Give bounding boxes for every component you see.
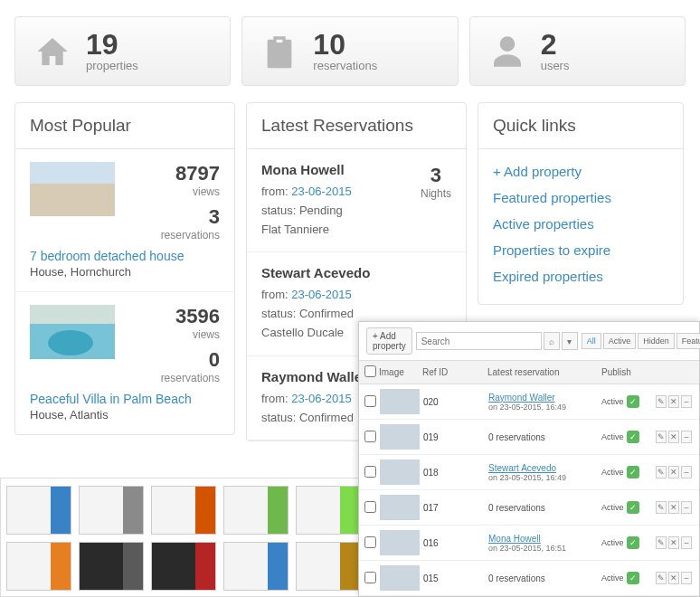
edit-icon[interactable]: ✎ — [656, 572, 667, 584]
theme-swatch[interactable] — [79, 486, 144, 535]
search-input[interactable] — [416, 332, 542, 350]
guest-link[interactable]: Raymond Waller — [488, 393, 555, 403]
select-all-checkbox[interactable] — [364, 365, 376, 377]
more-icon[interactable]: – — [681, 572, 692, 584]
filter-active[interactable]: Active — [603, 333, 637, 349]
theme-swatch[interactable] — [79, 542, 144, 591]
table-row: 0150 reservationsActive✓✎✕– — [359, 561, 699, 596]
more-icon[interactable]: – — [681, 431, 692, 443]
check-icon: ✓ — [627, 536, 639, 549]
user-icon — [487, 31, 528, 72]
row-checkbox[interactable] — [364, 431, 376, 442]
filter-featured[interactable]: Featured — [676, 333, 700, 349]
delete-icon[interactable]: ✕ — [668, 572, 679, 584]
delete-icon[interactable]: ✕ — [668, 501, 679, 514]
theme-swatch[interactable] — [296, 542, 361, 591]
theme-swatch[interactable] — [6, 486, 71, 535]
quick-link-expired[interactable]: Expired properties — [493, 263, 668, 289]
theme-swatch[interactable] — [223, 486, 289, 535]
add-property-button[interactable]: + Add property — [366, 327, 412, 355]
delete-icon[interactable]: ✕ — [668, 536, 679, 549]
stat-properties-value: 19 — [86, 30, 138, 59]
latest-reservation-cell: 0 reservations — [488, 503, 598, 513]
delete-icon[interactable]: ✕ — [668, 395, 679, 408]
latest-reservations-title: Latest Reservations — [247, 103, 466, 149]
table-row: 020Raymond Walleron 23-05-2015, 16:49Act… — [359, 384, 699, 420]
column-image[interactable]: Image — [379, 367, 419, 377]
panel-most-popular: Most Popular 8797 views 3 reservations 7… — [14, 102, 235, 435]
stat-card-properties[interactable]: 19 properties — [14, 16, 231, 86]
reservations-label: reservations — [128, 372, 220, 384]
theme-swatch[interactable] — [296, 486, 361, 535]
row-thumbnail[interactable] — [380, 460, 420, 485]
publish-badge[interactable]: Active✓ — [601, 572, 652, 584]
column-publish[interactable]: Publish — [601, 367, 652, 377]
publish-badge[interactable]: Active✓ — [601, 395, 652, 408]
search-dropdown-icon[interactable]: ▾ — [562, 332, 578, 350]
views-label: views — [128, 185, 220, 198]
edit-icon[interactable]: ✎ — [656, 395, 667, 408]
filter-all[interactable]: All — [582, 333, 601, 349]
more-icon[interactable]: – — [681, 395, 692, 408]
more-icon[interactable]: – — [681, 466, 692, 479]
reservation-date-link[interactable]: 23-06-2015 — [291, 185, 352, 198]
check-icon: ✓ — [627, 431, 639, 443]
edit-icon[interactable]: ✎ — [656, 466, 667, 479]
row-thumbnail[interactable] — [380, 495, 420, 520]
search-icon[interactable]: ⌕ — [544, 332, 560, 350]
edit-icon[interactable]: ✎ — [656, 536, 667, 549]
property-link[interactable]: Peaceful Villa in Palm Beach — [30, 392, 220, 406]
guest-link[interactable]: Stewart Acevedo — [488, 463, 556, 473]
publish-badge[interactable]: Active✓ — [601, 536, 652, 549]
more-icon[interactable]: – — [681, 501, 692, 514]
most-popular-title: Most Popular — [15, 103, 234, 149]
ref-id: 016 — [423, 538, 485, 548]
views-label: views — [128, 328, 220, 341]
quick-link-active[interactable]: Active properties — [493, 211, 668, 237]
property-thumbnail[interactable] — [30, 162, 115, 216]
stat-properties-label: properties — [86, 59, 138, 72]
popular-item: 3596 views 0 reservations Peaceful Villa… — [15, 292, 234, 434]
publish-badge[interactable]: Active✓ — [601, 501, 652, 514]
column-ref[interactable]: Ref ID — [422, 367, 484, 377]
row-thumbnail[interactable] — [380, 565, 420, 591]
stat-card-reservations[interactable]: 10 reservations — [241, 16, 458, 86]
quick-link-featured[interactable]: Featured properties — [493, 185, 668, 211]
guest-link[interactable]: Mona Howell — [488, 534, 541, 544]
edit-icon[interactable]: ✎ — [656, 431, 667, 443]
reservations-count: 3 — [128, 205, 220, 229]
row-checkbox[interactable] — [364, 395, 376, 407]
theme-swatch[interactable] — [151, 486, 216, 535]
row-checkbox[interactable] — [364, 536, 376, 548]
theme-swatch[interactable] — [151, 542, 216, 591]
reservation-date-link[interactable]: 23-06-2015 — [291, 392, 352, 405]
reservation-property: Flat Tanniere — [261, 221, 451, 240]
more-icon[interactable]: – — [681, 536, 692, 549]
quick-link-add-property[interactable]: + Add property — [493, 158, 668, 185]
theme-swatch[interactable] — [223, 542, 289, 591]
delete-icon[interactable]: ✕ — [668, 466, 679, 479]
property-thumbnail[interactable] — [30, 305, 115, 359]
row-checkbox[interactable] — [364, 466, 376, 478]
reservation-date-link[interactable]: 23-06-2015 — [291, 288, 352, 301]
stat-card-users[interactable]: 2 users — [469, 16, 686, 86]
reservation-item: 3 Nights Mona Howell from: 23-06-2015 st… — [247, 149, 466, 252]
check-icon: ✓ — [627, 572, 639, 584]
row-thumbnail[interactable] — [380, 389, 420, 414]
edit-icon[interactable]: ✎ — [656, 501, 667, 514]
filter-hidden[interactable]: Hidden — [638, 333, 675, 349]
check-icon: ✓ — [627, 395, 639, 408]
row-thumbnail[interactable] — [380, 424, 420, 450]
row-thumbnail[interactable] — [380, 530, 420, 555]
delete-icon[interactable]: ✕ — [668, 431, 679, 443]
row-checkbox[interactable] — [364, 572, 376, 583]
check-icon: ✓ — [627, 466, 639, 479]
property-link[interactable]: 7 bedroom detached house — [30, 249, 220, 263]
theme-swatch[interactable] — [6, 542, 71, 591]
property-subtitle: House, Atlantis — [30, 408, 220, 422]
publish-badge[interactable]: Active✓ — [601, 466, 652, 479]
column-latest[interactable]: Latest reservation — [487, 367, 598, 377]
row-checkbox[interactable] — [364, 501, 376, 513]
publish-badge[interactable]: Active✓ — [601, 431, 652, 443]
quick-link-expire[interactable]: Properties to expire — [493, 237, 668, 263]
